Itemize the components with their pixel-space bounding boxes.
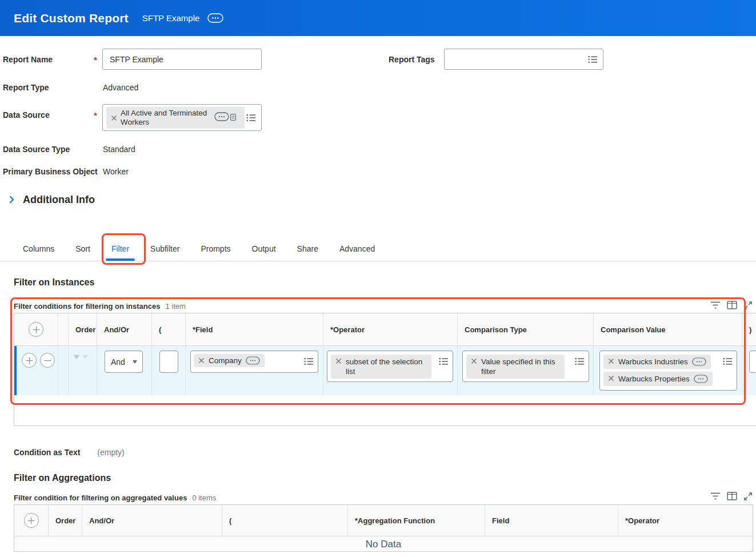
reorder-down-icon[interactable]	[82, 355, 88, 359]
remove-icon[interactable]	[471, 358, 477, 364]
filter-on-instances-heading: Filter on Instances	[14, 277, 94, 288]
field-header: *Field	[186, 313, 323, 345]
data-source-field[interactable]: All Active and Terminated Workers	[102, 104, 262, 131]
comparison-value-cell: Warbucks Industries Warbucks Properties	[594, 346, 742, 395]
open-paren-input[interactable]	[159, 351, 178, 373]
condition-as-text-row: Condition as Text (empty)	[14, 448, 125, 457]
field-header: Field	[485, 505, 618, 536]
instances-table-header: Order And/Or ( *Field *Operator Comparis…	[14, 313, 756, 346]
comparison-type-value: Value specified in this filter	[481, 357, 560, 376]
tab-filter[interactable]: Filter	[111, 237, 129, 261]
comparison-value-pill: Warbucks Properties	[603, 372, 713, 386]
comparison-value-text: Warbucks Properties	[618, 374, 690, 384]
condition-as-text-value: (empty)	[97, 448, 124, 457]
close-paren-cell	[742, 346, 756, 395]
andor-dropdown[interactable]: And	[105, 351, 143, 373]
add-row-icon[interactable]	[24, 513, 39, 528]
prompt-list-icon[interactable]	[304, 357, 314, 366]
condition-as-text-label: Condition as Text	[14, 448, 80, 457]
remove-icon[interactable]	[111, 115, 117, 121]
report-name-input[interactable]	[103, 49, 261, 69]
edit-custom-report-page: Edit Custom Report SFTP Example Report N…	[0, 0, 756, 557]
related-actions-icon[interactable]	[246, 356, 260, 365]
instances-caption-text: Filter conditions for filtering on insta…	[14, 302, 160, 311]
operator-input[interactable]: subset of the selection list	[327, 351, 453, 382]
field-pill: Company	[194, 354, 265, 367]
related-actions-icon[interactable]	[692, 357, 706, 366]
required-asterisk: *	[94, 55, 97, 65]
add-row-icon[interactable]	[29, 322, 43, 337]
order-cell	[69, 346, 97, 395]
add-row-icon[interactable]	[22, 353, 37, 368]
data-source-selected-value: All Active and Terminated Workers	[121, 109, 211, 127]
data-source-label: Data Source	[3, 110, 50, 120]
instances-table-tools	[710, 301, 753, 310]
tab-sort[interactable]: Sort	[75, 237, 90, 261]
open-paren-header: (	[222, 505, 348, 536]
field-input[interactable]: Company	[190, 351, 318, 373]
view-definition-icon[interactable]	[230, 113, 236, 123]
tab-advanced[interactable]: Advanced	[339, 237, 375, 261]
prompt-list-icon[interactable]	[588, 55, 598, 64]
row-actions-cell	[14, 346, 58, 395]
andor-value: And	[111, 357, 125, 367]
comparison-value-header: Comparison Value	[594, 313, 742, 345]
related-actions-icon[interactable]	[694, 375, 708, 383]
tab-columns[interactable]: Columns	[23, 237, 54, 261]
tab-output[interactable]: Output	[252, 237, 276, 261]
aggregations-caption-text: Filter condition for filtering on aggreg…	[14, 494, 187, 502]
field-cell: Company	[186, 346, 323, 395]
add-row-header-cell	[14, 505, 49, 536]
filter-icon[interactable]	[710, 492, 721, 501]
prompt-list-icon[interactable]	[723, 357, 733, 366]
prompt-list-icon[interactable]	[246, 113, 256, 122]
filter-condition-row: And Company	[14, 346, 756, 395]
reorder-up-icon[interactable]	[74, 355, 79, 359]
comparison-type-input[interactable]: Value specified in this filter	[462, 351, 589, 382]
tab-share[interactable]: Share	[297, 237, 318, 261]
primary-business-object-value: Worker	[103, 167, 129, 176]
expand-icon[interactable]	[743, 301, 753, 310]
andor-header: And/Or	[97, 313, 152, 345]
filter-icon[interactable]	[710, 301, 721, 310]
open-paren-cell	[152, 346, 186, 395]
prompt-list-icon[interactable]	[575, 357, 585, 366]
instances-table-caption: Filter conditions for filtering on insta…	[14, 302, 186, 311]
field-value: Company	[209, 356, 242, 365]
remove-icon[interactable]	[335, 358, 342, 364]
order-header: Order	[69, 313, 97, 345]
required-asterisk: *	[94, 110, 97, 120]
related-actions-icon[interactable]	[207, 13, 223, 23]
aggregations-table-tools	[710, 492, 753, 501]
data-source-selected-pill: All Active and Terminated Workers	[106, 107, 245, 129]
report-tags-input[interactable]	[445, 49, 603, 69]
grid-columns-icon[interactable]	[727, 301, 737, 310]
chevron-down-icon	[133, 360, 137, 364]
comparison-value-input[interactable]: Warbucks Industries Warbucks Properties	[599, 351, 737, 391]
remove-icon[interactable]	[608, 358, 614, 364]
report-tags-field[interactable]	[444, 49, 603, 70]
close-paren-input[interactable]	[749, 351, 756, 373]
comparison-value-pill: Warbucks Industries	[603, 355, 711, 369]
tab-prompts[interactable]: Prompts	[201, 237, 230, 261]
remove-icon[interactable]	[198, 357, 205, 364]
andor-header: And/Or	[82, 505, 222, 536]
remove-icon[interactable]	[608, 375, 614, 381]
expand-icon[interactable]	[743, 492, 753, 501]
report-name-field[interactable]	[102, 49, 262, 70]
report-name-label: Report Name	[3, 55, 53, 64]
instances-item-count: 1 item	[165, 302, 185, 311]
aggregations-table-header: Order And/Or ( *Aggregation Function Fie…	[14, 505, 753, 536]
prompt-list-icon[interactable]	[439, 357, 449, 366]
no-data-row: No Data	[14, 536, 753, 552]
tab-subfilter[interactable]: Subfilter	[150, 237, 179, 261]
grid-columns-icon[interactable]	[727, 492, 737, 501]
page-header: Edit Custom Report SFTP Example	[0, 0, 756, 36]
chevron-right-icon[interactable]	[9, 196, 14, 204]
comparison-type-pill: Value specified in this filter	[466, 355, 565, 379]
remove-row-icon[interactable]	[40, 353, 55, 368]
filter-on-aggregations-heading: Filter on Aggregations	[14, 473, 111, 483]
order-header: Order	[49, 505, 82, 536]
additional-info-heading[interactable]: Additional Info	[23, 194, 95, 206]
related-actions-icon[interactable]	[214, 112, 229, 124]
